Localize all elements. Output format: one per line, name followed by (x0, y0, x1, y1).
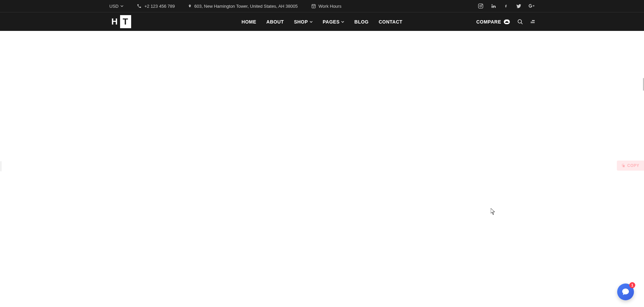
nav-item-pages[interactable]: PAGES (323, 19, 344, 25)
facebook-icon[interactable] (503, 3, 509, 9)
svg-point-2 (480, 5, 481, 7)
work-hours-item[interactable]: Work Hours (311, 4, 341, 9)
svg-point-5 (518, 19, 522, 23)
search-button[interactable] (517, 19, 523, 25)
nav-item-label: CONTACT (379, 19, 402, 25)
compare-link[interactable]: COMPARE (476, 19, 510, 25)
instagram-icon[interactable] (478, 3, 484, 9)
chat-icon (622, 288, 630, 296)
work-hours-text: Work Hours (319, 4, 341, 9)
copy-icon (622, 164, 625, 168)
nav-item-contact[interactable]: CONTACT (379, 19, 402, 25)
compare-label: COMPARE (476, 19, 501, 25)
logo-right: T (120, 15, 131, 28)
calendar-check-icon (311, 4, 316, 8)
nav-item-home[interactable]: HOME (241, 19, 256, 25)
svg-rect-6 (623, 165, 625, 167)
chevron-down-icon (120, 5, 123, 7)
address-text: 603, New Hamington Tower, United States,… (194, 4, 298, 9)
top-bar: USD +2 123 456 789 603, New Hamington To… (0, 0, 644, 12)
search-icon (517, 19, 523, 25)
chevron-down-icon (341, 21, 344, 23)
mouse-cursor (491, 208, 495, 215)
copy-button[interactable]: COPY (617, 161, 644, 171)
svg-rect-0 (312, 4, 315, 8)
chevron-down-icon (310, 21, 313, 23)
phone-text: +2 123 456 789 (144, 4, 175, 9)
google-plus-icon[interactable] (529, 3, 535, 9)
svg-point-3 (482, 4, 482, 5)
nav-item-label: ABOUT (266, 19, 284, 25)
compare-badge-icon (504, 19, 510, 24)
chat-widget[interactable]: 1 (617, 283, 634, 300)
nav-item-label: PAGES (323, 19, 339, 25)
logo-left: H (109, 15, 120, 28)
nav-item-blog[interactable]: BLOG (355, 19, 369, 25)
currency-label: USD (109, 4, 118, 9)
topbar-left: USD +2 123 456 789 603, New Hamington To… (109, 4, 341, 9)
currency-selector[interactable]: USD (109, 4, 123, 9)
address-item: 603, New Hamington Tower, United States,… (188, 4, 298, 9)
logo[interactable]: H T (109, 15, 131, 28)
menu-toggle-button[interactable] (531, 20, 535, 24)
chat-badge: 1 (629, 282, 635, 288)
phone-item[interactable]: +2 123 456 789 (137, 4, 175, 9)
phone-icon (137, 4, 142, 8)
nav-item-label: SHOP (294, 19, 308, 25)
twitter-icon[interactable] (516, 3, 522, 9)
scrollbar[interactable] (643, 31, 644, 307)
hamburger-icon (531, 20, 535, 24)
location-icon (188, 4, 192, 8)
nav-item-label: BLOG (355, 19, 369, 25)
chat-badge-count: 1 (631, 283, 633, 287)
linkedin-icon[interactable] (490, 3, 496, 9)
copy-label: COPY (627, 163, 639, 168)
nav-item-label: HOME (241, 19, 256, 25)
nav-item-about[interactable]: ABOUT (266, 19, 284, 25)
topbar-right (478, 3, 535, 9)
left-edge-sliver (0, 161, 2, 171)
nav-menu: HOME ABOUT SHOP PAGES BLOG CONTACT (241, 19, 402, 25)
nav-right: COMPARE (476, 19, 535, 25)
nav-item-shop[interactable]: SHOP (294, 19, 313, 25)
main-nav: H T HOME ABOUT SHOP PAGES BLOG CONTACT C… (0, 12, 644, 31)
